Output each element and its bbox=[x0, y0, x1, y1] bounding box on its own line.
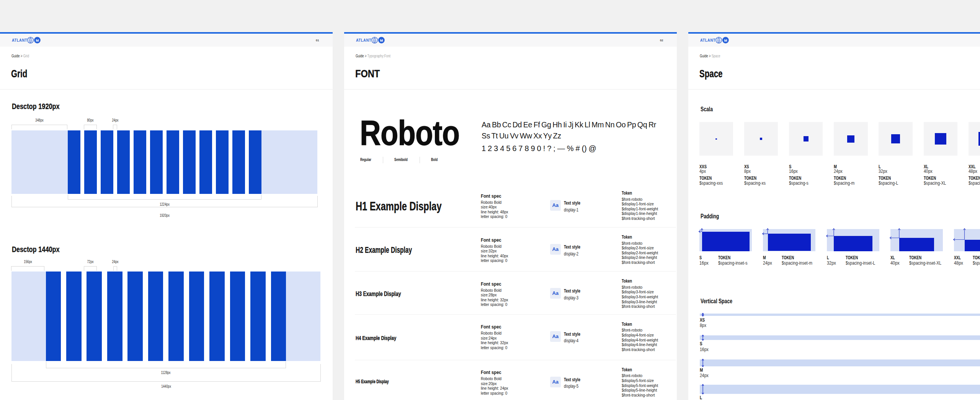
svg-text:M: M bbox=[724, 38, 727, 42]
svg-text:M: M bbox=[36, 38, 39, 42]
svg-text:M: M bbox=[380, 38, 383, 42]
